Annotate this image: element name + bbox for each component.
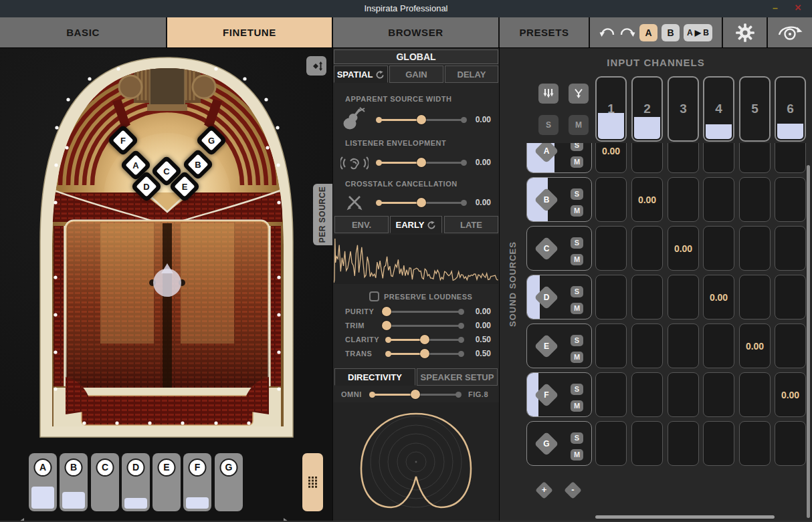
solo-button-d[interactable]: S [571,286,583,297]
hall-view-toggle-button[interactable] [306,56,326,76]
logo-icon[interactable] [775,23,805,42]
strip-source-g[interactable]: G [215,453,243,511]
matrix-cell-d6[interactable] [775,275,806,319]
minimize-button[interactable]: – [768,0,783,17]
matrix-cell-d1[interactable] [595,275,627,319]
strip-source-e[interactable]: E [153,453,181,511]
tab-presets[interactable]: PRESETS [500,17,589,47]
channel-header-5[interactable]: 5 [739,76,771,142]
preserve-loudness-checkbox[interactable] [369,291,379,301]
close-button[interactable]: ✕ [791,0,805,17]
matrix-cell-a6[interactable] [775,143,806,173]
vertical-scrollbar[interactable] [807,165,810,518]
strip-source-c[interactable]: C [91,453,119,511]
matrix-cell-b4[interactable] [703,177,734,222]
matrix-cell-e2[interactable] [631,323,663,368]
crosstalk-cancellation-slider[interactable] [376,198,467,207]
matrix-cell-b6[interactable] [775,177,806,222]
strip-source-b[interactable]: B [60,453,88,511]
horizontal-scrollbar[interactable] [595,515,775,519]
matrix-view-button[interactable] [302,453,323,511]
tab-directivity[interactable]: DIRECTIVITY [334,368,415,386]
slider-thumb[interactable] [382,321,391,330]
directivity-slider[interactable] [369,390,462,399]
matrix-cell-f1[interactable] [595,372,627,417]
channel-header-6[interactable]: 6 [775,76,806,142]
ab-compare-a-button[interactable]: A [639,24,657,41]
matrix-cell-a4[interactable] [703,143,734,173]
slider-thumb[interactable] [420,335,429,344]
matrix-cell-f5[interactable] [739,372,771,417]
gear-icon[interactable] [734,22,756,43]
matrix-cell-g1[interactable] [595,421,627,466]
source-row-a[interactable]: ASM [526,143,592,173]
tab-delay[interactable]: DELAY [445,66,498,83]
tab-gain[interactable]: GAIN [389,66,443,83]
strip-source-f[interactable]: F [183,453,211,511]
matrix-scroll-area[interactable]: ASM0.00BSM0.00CSM0.00DSM0.00ESM0.00FSM0.… [500,143,807,522]
mute-button-b[interactable]: M [571,205,583,217]
solo-all-button[interactable]: S [538,115,559,135]
mute-all-button[interactable]: M [569,115,589,135]
clarity-slider[interactable] [385,335,464,344]
matrix-cell-d3[interactable] [668,275,699,319]
matrix-cell-e6[interactable] [775,323,806,368]
merge-channels-button[interactable] [569,84,589,104]
slider-thumb[interactable] [417,158,426,167]
matrix-cell-g6[interactable] [775,421,806,466]
source-row-g[interactable]: GSM [526,421,592,466]
tab-basic[interactable]: BASIC [0,17,166,47]
ab-compare-b-button[interactable]: B [662,24,680,41]
matrix-cell-b5[interactable] [739,177,771,222]
matrix-cell-d5[interactable] [739,275,771,319]
tab-browser[interactable]: BROWSER [333,17,498,47]
strip-source-d[interactable]: D [122,453,150,511]
reset-icon[interactable] [427,221,436,229]
channel-header-4[interactable]: 4 [703,76,734,142]
matrix-cell-c6[interactable] [775,226,806,271]
purity-slider[interactable] [385,307,464,316]
source-row-d[interactable]: DSM [526,275,592,319]
tab-spatial[interactable]: SPATIAL [334,66,388,83]
per-source-tab[interactable]: PER SOURCE [313,184,332,245]
tab-speaker-setup[interactable]: SPEAKER SETUP [417,368,498,386]
remove-source-button[interactable]: - [564,481,582,499]
matrix-cell-e5[interactable]: 0.00 [739,323,771,368]
tab-early[interactable]: EARLY [390,216,442,233]
matrix-cell-d2[interactable] [631,275,663,319]
redo-icon[interactable] [619,26,635,39]
undo-icon[interactable] [599,26,615,39]
matrix-cell-f4[interactable] [703,372,734,417]
matrix-cell-g5[interactable] [739,421,771,466]
matrix-cell-e3[interactable] [668,323,699,368]
slider-thumb[interactable] [417,115,426,124]
tab-late[interactable]: LATE [444,216,498,233]
trim-slider[interactable] [385,321,464,330]
mute-button-g[interactable]: M [571,449,583,461]
solo-button-e[interactable]: S [571,335,583,346]
slider-thumb[interactable] [411,390,420,399]
tab-env[interactable]: ENV. [334,216,389,233]
solo-button-g[interactable]: S [571,432,583,444]
mute-button-c[interactable]: M [571,254,583,265]
ab-copy-button[interactable]: A ▶ B [684,24,712,41]
matrix-cell-d4[interactable]: 0.00 [703,275,734,319]
source-row-f[interactable]: FSM [526,372,592,417]
matrix-cell-g4[interactable] [703,421,734,466]
slider-thumb[interactable] [417,198,426,207]
trans-slider[interactable] [385,349,464,358]
source-row-c[interactable]: CSM [526,226,592,271]
tab-finetune[interactable]: FINETUNE [167,17,332,47]
solo-button-c[interactable]: S [571,237,583,249]
matrix-cell-c2[interactable] [631,226,663,271]
solo-button-f[interactable]: S [571,384,583,395]
matrix-cell-a2[interactable] [631,143,663,173]
slider-thumb[interactable] [420,349,429,358]
collapse-channels-button[interactable] [538,84,559,104]
matrix-cell-e4[interactable] [703,323,734,368]
channel-header-2[interactable]: 2 [631,76,663,142]
matrix-cell-c5[interactable] [739,226,771,271]
solo-button-b[interactable]: S [571,188,583,200]
matrix-cell-g2[interactable] [631,421,663,466]
add-source-button[interactable]: + [535,481,553,499]
